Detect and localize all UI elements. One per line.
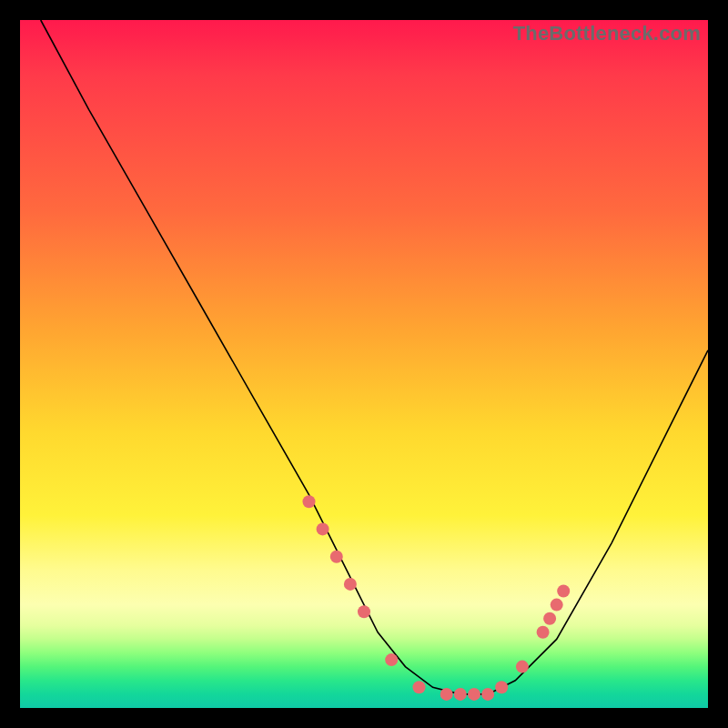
bottleneck-curve xyxy=(41,20,708,694)
data-point xyxy=(468,688,480,701)
data-point xyxy=(358,605,370,618)
data-point xyxy=(303,495,316,508)
chart-svg xyxy=(20,20,708,708)
dots-group xyxy=(303,495,571,701)
data-point xyxy=(385,653,398,666)
data-point xyxy=(495,681,508,693)
data-point xyxy=(543,612,556,625)
data-point xyxy=(317,522,329,535)
data-point xyxy=(557,585,570,598)
data-point xyxy=(537,626,550,639)
data-point xyxy=(454,688,467,701)
data-point xyxy=(330,551,343,563)
data-point xyxy=(481,688,494,701)
data-point xyxy=(344,578,357,591)
data-point xyxy=(551,599,563,612)
chart-stage: TheBottleneck.com xyxy=(0,0,728,728)
data-point xyxy=(440,688,453,701)
curve-group xyxy=(41,20,708,694)
data-point xyxy=(413,681,426,693)
data-point xyxy=(516,661,529,673)
plot-area: TheBottleneck.com xyxy=(20,20,708,708)
